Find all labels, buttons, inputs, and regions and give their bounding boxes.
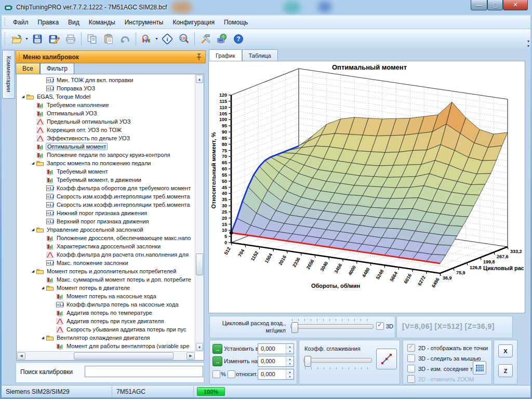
tree-item-label[interactable]: Скорость убывания аддитива потерь при пу…	[65, 326, 188, 332]
tree-item-label[interactable]: Вентилятор охлаждения двигателя	[56, 335, 151, 341]
z-axis-button[interactable]: Z	[498, 364, 513, 377]
chart-area[interactable]: 0510152025303540455055606570758085909510…	[208, 61, 525, 313]
tree-item[interactable]: =1.2Коэфф.фильтра потерь на насосные ход…	[18, 300, 194, 309]
smoothing-slider[interactable]	[303, 356, 372, 370]
tree-item[interactable]: ◢Запрос момента по положению педали	[18, 159, 194, 167]
tree-item[interactable]: Аддитив потерь при пуске двигателя	[18, 317, 194, 325]
tree-expander-icon[interactable]: ◢	[40, 286, 46, 290]
scroll-down-icon[interactable]: ▼	[196, 343, 203, 351]
close-button[interactable]: ✕	[503, 0, 528, 10]
tree-item[interactable]: Эффективность по дельте УОЗ	[18, 134, 194, 142]
menu-item-6[interactable]: Конфигурация	[168, 17, 219, 28]
tree-item-label[interactable]: Оптимальный УОЗ	[46, 110, 98, 116]
tree-item[interactable]: Момент для работы вентилятора (variable …	[18, 342, 194, 350]
slider-thumb[interactable]	[304, 356, 311, 367]
spin-up-icon[interactable]: ▲	[286, 369, 294, 375]
tree-item-label[interactable]: Оптимальный момент	[46, 143, 108, 150]
tree-item-label[interactable]: Коэфф.фильтра потерь на насосные хода	[65, 301, 180, 308]
vscroll-thumb[interactable]	[196, 254, 203, 275]
tree-item[interactable]: Положение дросселя, обеспечивающее макс.…	[18, 234, 194, 242]
tree-item-label[interactable]: Скорость изм.коэфф.интерполяции треб.мом…	[56, 193, 191, 200]
spin-up-icon[interactable]: ▲	[286, 344, 294, 349]
tree-item-label[interactable]: Коррекция опт. УОЗ по ТОЖ	[46, 127, 123, 133]
internet-button[interactable]	[214, 31, 230, 47]
save-button[interactable]	[30, 31, 45, 47]
menu-item-5[interactable]: Инструменты	[120, 17, 168, 28]
undo-button[interactable]	[117, 31, 133, 47]
option-checkbox-2[interactable]	[407, 354, 415, 362]
tree-expander-icon[interactable]: ◢	[20, 95, 26, 99]
tree-item-label[interactable]: Поправка УОЗ	[56, 85, 96, 91]
tree-item-label[interactable]: Верхний порог признака движения	[56, 218, 150, 224]
tree-item-label[interactable]: Коэфф.фильтра оборотов для требуемого мо…	[56, 185, 192, 191]
option-checkbox-3[interactable]	[407, 365, 415, 373]
tree-item-label[interactable]: Требуемый момент	[56, 168, 109, 175]
tree-item-label[interactable]: Макс. суммарный момент потерь и доп. пот…	[56, 276, 192, 283]
tree-item-label[interactable]: Нижний порог признака движения	[56, 210, 148, 216]
3d-checkbox[interactable]	[376, 322, 384, 330]
sidebar-tab-все[interactable]: Все	[16, 63, 40, 74]
toolbar-overflow-icon[interactable]: ▾▾	[527, 39, 529, 48]
tree-item[interactable]: Требуемый момент	[18, 167, 194, 176]
copy-button[interactable]	[84, 31, 100, 47]
tree-item[interactable]: Аддитив потерь по температуре	[18, 309, 194, 317]
tree-item[interactable]: =1.2Скорость изм.коэфф.интерполяции треб…	[18, 201, 194, 209]
menu-item-4[interactable]: Команды	[84, 17, 120, 28]
tree-item[interactable]: ◢Управление дроссельной заслонкой	[18, 225, 194, 234]
scroll-left-icon[interactable]: ◀	[17, 352, 25, 360]
tree-item[interactable]: Оптимальный момент	[18, 142, 194, 151]
tree-item[interactable]: Скорость убывания аддитива потерь при пу…	[18, 325, 194, 334]
x-axis-button[interactable]: X	[498, 344, 513, 357]
tools-button[interactable]	[197, 31, 213, 47]
slider-track[interactable]	[303, 358, 372, 363]
tree-horizontal-scrollbar[interactable]: ◀ ▶	[17, 351, 195, 360]
tree-vertical-scrollbar[interactable]: ▲ ▼	[195, 74, 204, 352]
tree-expander-icon[interactable]: ◢	[30, 228, 36, 232]
tree-item-label[interactable]: Аддитив потерь при пуске двигателя	[65, 318, 165, 324]
tree-item[interactable]: ◢Момент потерь и дополнительных потребит…	[18, 267, 194, 275]
help-button[interactable]: ?	[231, 31, 246, 47]
tree-item[interactable]: Коэфф.фильтра для расчета отн.наполнения…	[18, 250, 194, 259]
tree-item-label[interactable]: Положение педали по запросу круиз-контро…	[46, 152, 171, 158]
relative-checkbox[interactable]	[228, 370, 235, 378]
dropdown-caret-icon[interactable]: ▼	[25, 37, 29, 41]
spin-down-icon[interactable]: ▼	[286, 349, 294, 354]
tree-item[interactable]: ◢EGAS, Torque Model	[18, 92, 194, 101]
surface-chart[interactable]: 0510152025303540455055606570758085909510…	[209, 61, 524, 312]
sidebar-tab-фильтр[interactable]: Фильтр	[40, 63, 74, 74]
relative-value-spinner[interactable]: 0,000 ▲▼	[258, 369, 294, 380]
tree-item-label[interactable]: Мин. ТОЖ для вкл. поправки	[56, 77, 134, 83]
tree-item-label[interactable]: Запрос момента по положению педали	[46, 160, 152, 166]
tree-item[interactable]: Коррекция опт. УОЗ по ТОЖ	[18, 126, 194, 134]
tree-item-label[interactable]: Момент потерь на насосные хода	[65, 293, 157, 299]
tree-item-label[interactable]: Момент для работы вентилятора (variable …	[65, 343, 190, 349]
minimize-button[interactable]: —	[471, 0, 487, 10]
percent-checkbox[interactable]	[212, 370, 220, 378]
spin-up-icon[interactable]: ▲	[286, 356, 294, 362]
open-button[interactable]	[9, 31, 24, 47]
tree-item[interactable]: Момент потерь на насосные хода	[18, 292, 194, 300]
tree-item-label[interactable]: Эффективность по дельте УОЗ	[46, 135, 131, 141]
change-value-spinner[interactable]: 0,000 ▲▼	[258, 356, 294, 367]
tree-expander-icon[interactable]: ◢	[30, 269, 36, 273]
maximize-button[interactable]: ▢	[487, 0, 503, 10]
title-bar[interactable]: ChipTuningPRO ver.7.7.2.1222 - 7M51AGC S…	[0, 0, 532, 15]
tree-item[interactable]: ◢Вентилятор охлаждения двигателя	[18, 334, 194, 342]
tree-item-label[interactable]: Предельный оптимальный УОЗ	[46, 118, 132, 125]
pin-icon[interactable]	[196, 54, 202, 61]
tree-item[interactable]: =1.2Верхний порог признака движения	[18, 217, 194, 225]
tree-item-label[interactable]: Требуемый момент, в движении	[56, 177, 142, 183]
zoom-100-button[interactable]: 110	[176, 31, 192, 47]
tree-item[interactable]: Предельный оптимальный УОЗ	[18, 117, 194, 126]
tree-item-label[interactable]: Коэфф.фильтра для расчета отн.наполнения…	[56, 251, 190, 258]
tab-comments[interactable]: Комментарии	[2, 50, 15, 99]
tree-item[interactable]: Требуемое наполнение	[18, 101, 194, 109]
info-button[interactable]: i	[159, 31, 175, 47]
apply-set-button[interactable]: →	[212, 344, 222, 354]
tree-item[interactable]: =1.2Нижний порог признака движения	[18, 209, 194, 217]
main-tab-table[interactable]: Таблица	[242, 49, 278, 61]
paste-button[interactable]	[101, 31, 116, 47]
tree-item[interactable]: =1.2Поправка УОЗ	[18, 84, 194, 92]
tree-item-label[interactable]: Требуемое наполнение	[46, 102, 110, 108]
tree-item[interactable]: ◢Момент потерь в двигателе	[18, 284, 194, 292]
